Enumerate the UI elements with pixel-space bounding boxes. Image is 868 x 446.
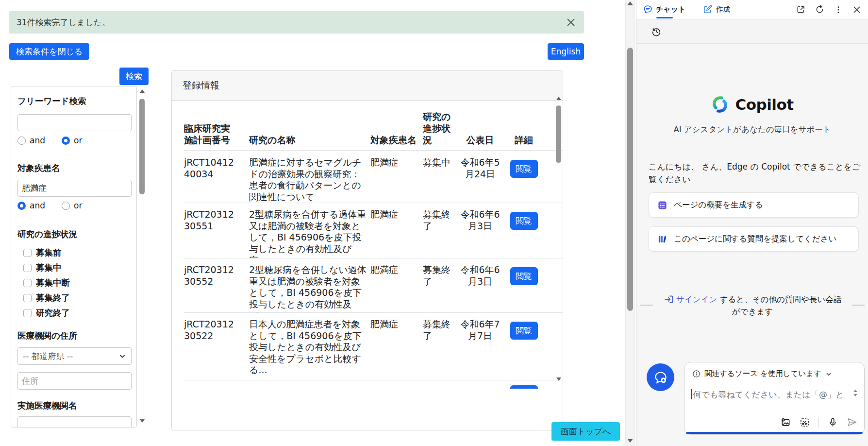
progress-checkbox-closed[interactable] xyxy=(23,294,32,302)
scroll-up-arrow[interactable] xyxy=(556,97,561,100)
text-caret xyxy=(691,389,692,399)
freeword-input[interactable] xyxy=(17,114,132,131)
table-scrollbar[interactable] xyxy=(555,95,563,385)
progress-label: 研究の進捗状況 xyxy=(17,228,131,240)
address-input[interactable] xyxy=(17,372,132,390)
close-search-conditions-button[interactable]: 検索条件を閉じる xyxy=(9,43,89,60)
copilot-sidebar: チャット 作成 xyxy=(636,0,868,446)
disease-or-label: or xyxy=(74,201,82,210)
disease-input[interactable] xyxy=(17,180,132,197)
table-row: jRCT2031230522 日本人の肥満症患者を対象として，BI 456906… xyxy=(184,313,563,380)
progress-option-label: 募集中 xyxy=(36,262,62,274)
progress-checkbox-recruiting[interactable] xyxy=(23,264,32,272)
scroll-down-arrow[interactable] xyxy=(627,439,633,443)
scroll-down-arrow[interactable] xyxy=(140,419,145,423)
refresh-icon xyxy=(815,5,824,14)
more-vertical-icon xyxy=(834,5,843,14)
freeword-or-label: or xyxy=(74,136,82,145)
search-button[interactable]: 検索 xyxy=(119,68,149,85)
disease-label: 対象疾患名 xyxy=(17,162,131,174)
column-header-progress: 研究の進捗状況 xyxy=(423,111,456,146)
signin-prompt: サインイン すると、その他の質問や長い会話ができます xyxy=(660,293,845,318)
progress-checkbox-finished[interactable] xyxy=(23,309,32,317)
suggestion-label: ページの概要を生成する xyxy=(674,200,763,210)
table-scrollbar-thumb[interactable] xyxy=(556,105,561,163)
history-button[interactable] xyxy=(651,26,662,37)
freeword-or-radio[interactable] xyxy=(62,137,70,145)
tab-chat[interactable]: チャット xyxy=(643,0,685,19)
english-button[interactable]: English xyxy=(548,43,584,60)
disease-or-radio[interactable] xyxy=(62,202,70,210)
progress-option-label: 研究終了 xyxy=(36,307,70,319)
freeword-and-radio[interactable] xyxy=(17,137,26,145)
results-table: 臨床研究実施計画番号 研究の名称 対象疾患名 研究の進捗状況 公表日 詳細 jR… xyxy=(172,100,563,389)
prefecture-selected-value: -- 都道府県 -- xyxy=(23,351,73,362)
signin-text: すると、その他の質問や長い会話ができます xyxy=(720,295,842,316)
more-options-button[interactable] xyxy=(834,5,843,14)
screenshot-button[interactable] xyxy=(800,417,810,428)
main-scrollbar-thumb[interactable] xyxy=(627,48,633,311)
progress-checkbox-suspended[interactable] xyxy=(23,279,32,287)
page: 31件検索完了しました。 検索条件を閉じる English 検索 フリーワード検… xyxy=(0,0,868,446)
close-sidebar-button[interactable] xyxy=(852,5,861,14)
suggestion-card-questions[interactable]: このページに関する質問を提案してください xyxy=(649,226,859,252)
cell-disease: 肥満症 xyxy=(370,209,423,258)
info-icon xyxy=(692,370,701,378)
cell-id: jRCT2031230522 xyxy=(184,319,249,380)
scroll-spinner-icon[interactable] xyxy=(852,389,858,397)
view-button[interactable]: 閲覧 xyxy=(510,160,538,178)
notification-close-button[interactable] xyxy=(566,17,576,28)
table-header-row: 臨床研究実施計画番号 研究の名称 対象疾患名 研究の進捗状況 公表日 詳細 xyxy=(184,100,563,151)
divider xyxy=(852,305,865,306)
add-image-icon xyxy=(781,417,791,428)
main-scrollbar[interactable] xyxy=(625,0,635,446)
institution-input[interactable] xyxy=(17,416,132,428)
search-filter-panel: フリーワード検索 and or 対象疾患名 and or 研究の進捗状況 募集前… xyxy=(11,86,137,428)
cell-disease: 肥満症 xyxy=(370,264,423,313)
cell-id: jRCT2031230551 xyxy=(184,209,249,258)
new-chat-button[interactable] xyxy=(647,363,674,391)
microphone-button[interactable] xyxy=(828,417,838,428)
filter-scrollbar[interactable] xyxy=(139,86,146,428)
results-panel: 登録情報 臨床研究実施計画番号 研究の名称 対象疾患名 研究の進捗状況 公表日 … xyxy=(171,70,563,430)
cell-date: 令和6年7月7日 xyxy=(456,319,504,380)
scroll-up-arrow[interactable] xyxy=(627,1,633,5)
copilot-brand: Copilot xyxy=(636,95,868,114)
view-button[interactable]: 閲覧 xyxy=(510,267,538,285)
scroll-up-arrow[interactable] xyxy=(140,89,145,93)
cell-id: jRCT1041240034 xyxy=(184,157,249,203)
view-button[interactable]: 閲覧 xyxy=(510,322,538,340)
disease-and-radio[interactable] xyxy=(17,202,26,210)
view-button[interactable]: 閲覧 xyxy=(510,212,538,230)
source-note-row[interactable]: 関連するソース を使用しています xyxy=(684,362,864,379)
progress-checkbox-pre[interactable] xyxy=(23,249,32,257)
cell-disease: 肥満症 xyxy=(370,157,423,203)
signin-link[interactable]: サインイン xyxy=(676,295,717,304)
column-header-id: 臨床研究実施計画番号 xyxy=(184,122,249,146)
refresh-button[interactable] xyxy=(815,5,824,14)
filter-scrollbar-thumb[interactable] xyxy=(139,99,145,194)
table-row: jRCT1041240034 肥満症に対するセマグルチドの治療効果の観察研究：患… xyxy=(184,151,563,203)
notification-banner: 31件検索完了しました。 xyxy=(9,11,584,34)
cell-name: 日本人の肥満症患者を対象として，BI 456906を皮下投与したときの有効性及び… xyxy=(249,319,370,380)
page-top-button[interactable]: 画面トップへ xyxy=(551,422,620,441)
chat-add-icon xyxy=(653,370,668,385)
view-button-partial[interactable] xyxy=(510,385,538,389)
progress-option-label: 募集終了 xyxy=(36,292,70,304)
chevron-down-icon[interactable] xyxy=(825,371,832,377)
send-button[interactable] xyxy=(847,417,857,428)
chat-input[interactable]: 何でも尋ねてください、または「@」と xyxy=(693,389,853,400)
cell-progress: 募集中 xyxy=(423,157,456,203)
add-image-button[interactable] xyxy=(781,417,791,428)
progress-option-label: 募集前 xyxy=(36,247,62,258)
suggestion-card-summary[interactable]: ページの概要を生成する xyxy=(649,192,859,218)
prefecture-select[interactable]: -- 都道府県 -- xyxy=(17,347,132,365)
open-in-new-window-button[interactable] xyxy=(796,5,805,14)
tab-compose[interactable]: 作成 xyxy=(703,0,730,19)
column-header-detail: 詳細 xyxy=(504,134,543,146)
scroll-down-arrow[interactable] xyxy=(556,377,561,381)
table-row: jRCT2031230552 2型糖尿病を合併しない過体重又は肥満の被験者を対象… xyxy=(184,258,563,313)
address-label: 医療機関の住所 xyxy=(17,330,131,342)
column-header-name: 研究の名称 xyxy=(249,134,370,146)
suggestion-label: このページに関する質問を提案してください xyxy=(674,234,836,244)
